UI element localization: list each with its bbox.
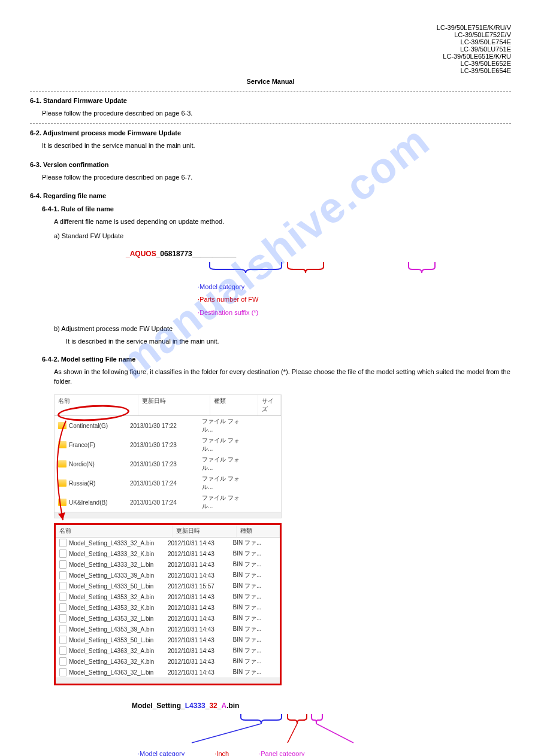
file-icon [59,657,67,666]
section-6-2: 6-2. Adjustment process mode Firmware Up… [30,129,511,138]
explorer-window-files: 名前 更新日時 種類 Model_Setting_L4333_32_A.bin2… [54,523,282,685]
svg-line-1 [288,724,297,743]
section-6-4-1-sub: A different file name is used depending … [30,217,511,226]
file-icon [59,614,67,623]
svg-line-0 [192,724,261,743]
file-row: Model_Setting_L4333_32_K.bin2012/10/31 1… [56,548,280,559]
folder-row: UK&Ireland(B)2013/01/30 17:24ファイル フォル... [55,493,281,512]
fw-brackets [30,261,511,279]
section-6-3: 6-3. Version confirmation [30,160,511,169]
section-6-1: 6-1. Standard Firmware Update [30,96,511,105]
col-header-date: 更新日時 [173,525,237,537]
ms-notes: ·Model category ·Inch ·Panel category [30,750,511,756]
file-icon [59,668,67,676]
section-6-4-1-b: b) Adjustment process mode FW Update [30,324,511,333]
section-6-4-2-sub: As shown in the following figure, it cla… [30,368,511,386]
file-row: Model_Setting_L4353_39_A.bin2012/10/31 1… [56,624,280,634]
scrollbar [55,512,281,518]
folder-row: Russia(R)2013/01/30 17:24ファイル フォル... [55,473,281,493]
section-6-3-sub: Please follow the procedure described on… [30,173,511,182]
fw-update-filename: _AQUOS_06818773___________ [30,248,511,259]
file-row: Model_Setting_L4333_39_A.bin2012/10/31 1… [56,570,280,581]
ms-note-1: ·Model category [138,750,185,756]
fw-note-3: ·Destination suffix (*) [30,308,511,317]
file-row: Model_Setting_L4363_32_L.bin2012/10/31 1… [56,667,280,678]
col-header-type: 種類 [210,395,258,415]
file-icon [59,539,67,547]
file-row: Model_Setting_L4333_50_L.bin2012/10/31 1… [56,581,280,591]
divider [30,91,511,92]
divider [30,123,511,124]
scrollbar [56,678,280,684]
section-6-4: 6-4. Regarding file name [30,192,511,201]
section-6-1-sub: Please follow the procedure described on… [30,109,511,118]
col-header-size: サイズ [258,395,281,415]
svg-line-2 [316,724,353,743]
ms-brackets [30,713,511,731]
file-row: Model_Setting_L4333_32_L.bin2012/10/31 1… [56,559,280,570]
section-6-2-sub: It is described in the service manual in… [30,141,511,150]
ms-note-2: ·Inch [214,750,229,756]
file-icon [59,560,67,569]
folder-row: Nordic(N)2013/01/30 17:23ファイル フォル... [55,454,281,473]
col-header-type: 種類 [237,525,280,537]
section-6-4-1: 6-4-1. Rule of file name [30,205,511,214]
file-row: Model_Setting_L4353_32_A.bin2012/10/31 1… [56,591,280,602]
fw-note-2: ·Parts number of FW [30,295,511,304]
col-header-date: 更新日時 [138,395,210,415]
file-icon [59,571,67,579]
file-row: Model_Setting_L4353_32_L.bin2012/10/31 1… [56,613,280,624]
ms-note-3: ·Panel category [259,750,304,756]
file-row: Model_Setting_L4333_32_A.bin2012/10/31 1… [56,538,280,548]
fw-note-1: ·Model category [30,283,511,292]
file-icon [59,593,67,601]
file-icon [59,603,67,612]
header-models: LC-39/50LE751E/K/RU/V LC-39/50LE752E/V L… [30,24,511,74]
doc-title: Service Manual [30,78,511,85]
section-6-4-1-a: a) Standard FW Update [30,232,511,241]
file-row: Model_Setting_L4363_32_K.bin2012/10/31 1… [56,656,280,667]
model-setting-filename: Model_Setting_L4333_32_A.bin [30,700,511,711]
file-icon [59,625,67,633]
file-icon [59,636,67,644]
section-6-4-2: 6-4-2. Model setting File name [30,355,511,364]
file-row: Model_Setting_L4353_32_K.bin2012/10/31 1… [56,602,280,613]
file-row: Model_Setting_L4363_32_A.bin2012/10/31 1… [56,645,280,656]
folder-row: France(F)2013/01/30 17:23ファイル フォル... [55,435,281,454]
file-row: Model_Setting_L4353_50_L.bin2012/10/31 1… [56,634,280,645]
section-6-4-1-b-sub: It is described in the service manual in… [30,337,511,346]
file-icon [59,646,67,655]
file-icon [59,582,67,590]
file-icon [59,549,67,558]
